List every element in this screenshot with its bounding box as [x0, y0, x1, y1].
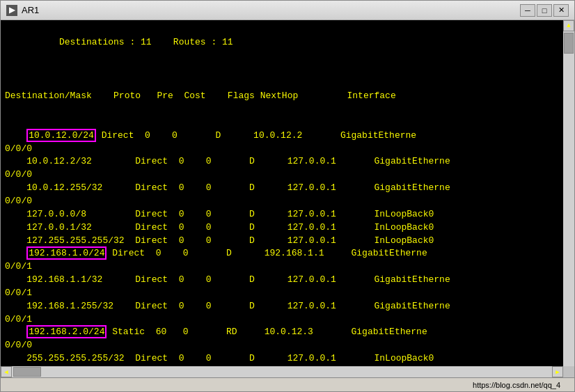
status-url: https://blog.csdn.net/qq_4 — [473, 381, 560, 389]
table-row-iface: 0/0/0 — [5, 195, 570, 208]
table-row: 192.168.1.1/32 Direct 0 0 D 127.0.0.1 Gi… — [5, 274, 570, 300]
scroll-right-button[interactable]: ▶ — [552, 366, 563, 377]
table-row-iface: 0/0/0 — [5, 339, 570, 352]
scroll-track-horizontal[interactable] — [12, 366, 552, 377]
table-row: 127.255.255.255/32 Direct 0 0 D 127.0.0.… — [5, 235, 570, 248]
maximize-button[interactable]: □ — [537, 4, 552, 17]
summary-line: Destinations : 11 Routes : 11 — [38, 37, 233, 47]
table-row: 10.0.12.255/32 Direct 0 0 D 127.0.0.1 Gi… — [5, 182, 570, 208]
scroll-left-button[interactable]: ◀ — [1, 366, 12, 377]
terminal: Destinations : 11 Routes : 11 Destinatio… — [1, 20, 574, 377]
terminal-content: Destinations : 11 Routes : 11 — [5, 23, 570, 63]
scroll-thumb-horizontal[interactable] — [13, 367, 41, 377]
table-row: 192.168.1.255/32 Direct 0 0 D 127.0.0.1 … — [5, 300, 570, 327]
table-row-iface: 0/0/1 — [5, 287, 570, 300]
scroll-up-button[interactable]: ▲ — [563, 20, 574, 31]
table-row-iface: 0/0/1 — [5, 313, 570, 327]
scroll-thumb-vertical[interactable] — [564, 33, 574, 54]
highlighted-dest: 192.168.1.0/24 — [26, 246, 107, 260]
status-bar: https://blog.csdn.net/qq_4 — [1, 377, 574, 391]
table-row: 10.0.12.2/32 Direct 0 0 D 127.0.0.1 Giga… — [5, 155, 570, 182]
highlighted-dest: 10.0.12.0/24 — [26, 129, 96, 142]
close-button[interactable]: ✕ — [553, 4, 569, 17]
table-row: 255.255.255.255/32 Direct 0 0 D 127.0.0.… — [5, 352, 570, 366]
table-row-iface: 0/0/0 — [5, 168, 570, 182]
window-title: AR1 — [22, 5, 520, 15]
window: ▶ AR1 ─ □ ✕ Destinations : 11 Routes : 1… — [0, 0, 575, 392]
scrollbar-bottom[interactable]: ◀ ▶ — [1, 366, 563, 377]
highlighted-dest: 192.168.2.0/24 — [26, 325, 107, 338]
minimize-button[interactable]: ─ — [520, 4, 535, 17]
route-table: Destination/Mask Proto Pre Cost Flags Ne… — [5, 64, 570, 377]
titlebar: ▶ AR1 ─ □ ✕ — [1, 1, 574, 20]
table-row-iface: 0/0/1 — [5, 260, 570, 274]
scrollbar-corner — [563, 366, 574, 377]
scroll-track-vertical[interactable] — [563, 31, 574, 366]
table-row-iface: 0/0/0 — [5, 143, 570, 156]
table-row: 10.0.12.0/24 Direct 0 0 D 10.0.12.2 Giga… — [5, 130, 570, 156]
table-row: 127.0.0.0/8 Direct 0 0 D 127.0.0.1 InLoo… — [5, 208, 570, 221]
app-icon: ▶ — [6, 5, 17, 16]
window-controls: ─ □ ✕ — [520, 4, 569, 17]
route-rows: 10.0.12.0/24 Direct 0 0 D 10.0.12.2 Giga… — [5, 130, 570, 366]
table-row: 192.168.2.0/24 Static 60 0 RD 10.0.12.3 … — [5, 326, 570, 352]
table-header: Destination/Mask Proto Pre Cost Flags Ne… — [5, 90, 570, 103]
scrollbar-right[interactable]: ▲ ▼ — [563, 20, 574, 377]
table-row: 127.0.0.1/32 Direct 0 0 D 127.0.0.1 InLo… — [5, 221, 570, 235]
table-row: 192.168.1.0/24 Direct 0 0 D 192.168.1.1 … — [5, 247, 570, 274]
